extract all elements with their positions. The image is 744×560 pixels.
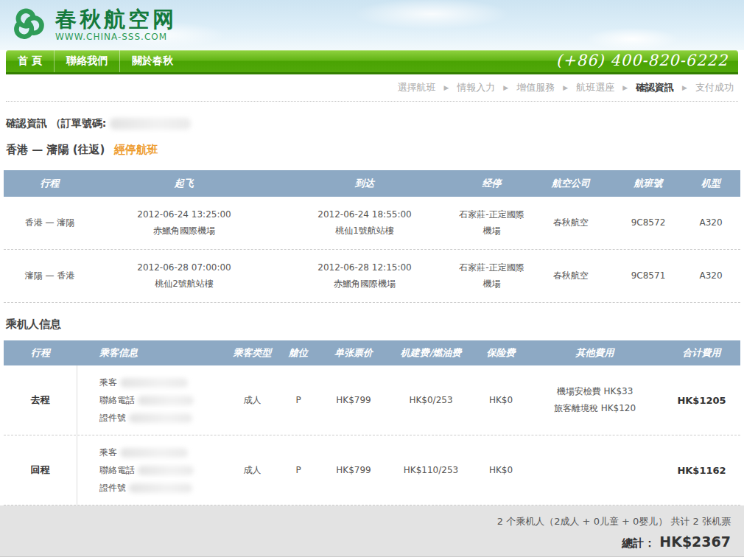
nav-item-about[interactable]: 關於春秋 [119,50,185,72]
passenger-col-cabin: 艙位 [276,346,320,360]
logo-icon [7,4,49,45]
passenger-col-other-fees: 其他費用 [527,346,663,360]
arrival-airport: 赤鱲角國際機場 [273,276,457,293]
cabin-cell: P [276,465,320,475]
passenger-col-type: 乘客类型 [228,346,276,360]
passenger-row-outbound: 去程 乘客 聯絡電話 證件號 成人 P HK$799 HK$0/253 HK$0… [4,365,740,435]
ticket-price-cell: HK$799 [320,395,387,405]
passenger-col-insurance: 保险费 [475,346,527,360]
nav-item-home[interactable]: 首 頁 [6,50,54,72]
step-arrow-icon: ▶ [682,84,687,91]
passenger-type-cell: 成人 [228,394,276,407]
id-label: 證件號 [99,483,126,493]
passenger-col-fees: 机建费/燃油费 [387,346,475,360]
redacted-phone [138,396,194,405]
step-seat-selection: 航班選座 [576,81,614,94]
step-value-added: 增值服務 [516,81,555,94]
fees-cell: HK$0/253 [387,395,475,405]
aircraft-cell: A320 [681,215,740,231]
insurance-cell: HK$0 [475,465,527,475]
passenger-col-total: 合计費用 [663,346,740,360]
ticket-price-cell: HK$799 [320,465,387,475]
fees-cell: HK$110/253 [387,465,475,475]
passenger-name-line: 乘客 [99,374,228,391]
step-info-entry: 情報入力 [457,81,495,94]
passenger-name-line: 乘客 [99,444,228,461]
arrival-cell: 2012-06-24 18:55:00 桃仙1號航站樓 [273,207,457,239]
arrival-airport: 桃仙1號航站樓 [273,223,457,239]
step-payment-success: 支付成功 [695,81,734,94]
redacted-phone [138,466,194,475]
passenger-col-trip: 行程 [4,346,77,360]
logo-text: 春秋航空网 WWW.CHINA-SSS.COM [55,7,177,42]
grand-total-value: HK$2367 [659,533,731,550]
passenger-col-info: 乘客信息 [77,346,228,360]
booking-progress: 選擇航班 ▶ 情報入力 ▶ 增值服務 ▶ 航班選座 ▶ 確認資訊 ▶ 支付成功 [6,74,738,102]
passenger-label: 乘客 [99,377,117,388]
flight-col-stopover: 经停 [457,177,527,190]
passenger-id-line: 證件號 [99,479,228,497]
passenger-row-return: 回程 乘客 聯絡電話 證件號 成人 P HK$799 HK$110/253 HK… [4,435,740,505]
stopover-cell: 石家莊-正定國際機場 [457,207,527,239]
departure-cell: 2012-06-24 13:25:00 赤鱲角國際機場 [96,207,273,239]
passenger-id-line: 證件號 [99,409,228,427]
order-title-text: 確認資訊 （訂單號碼: [6,117,106,129]
flight-table: 行程 起飞 到达 经停 航空公司 航班號 机型 香港 — 瀋陽 2012-06-… [4,170,740,303]
departure-time: 2012-06-28 07:00:00 [96,260,273,276]
other-fee-line: 旅客離境稅 HK$120 [527,400,663,417]
grand-total-label: 總計： [622,536,655,550]
flight-col-flight-no: 航班號 [615,177,681,190]
row-total-cell: HK$1162 [663,465,740,476]
redacted-id-number [129,483,192,493]
airline-cell: 春秋航空 [527,268,615,284]
route-cell: 瀋陽 — 香港 [4,268,96,284]
cabin-cell: P [276,395,320,405]
passenger-table-header: 行程 乘客信息 乘客类型 艙位 单张票价 机建费/燃油费 保险费 其他費用 合计… [4,340,740,365]
flight-row-outbound: 香港 — 瀋陽 2012-06-24 13:25:00 赤鱲角國際機場 2012… [4,197,740,250]
flight-no-cell: 9C8572 [615,215,681,231]
flight-col-aircraft: 机型 [681,177,740,190]
route-title: 香港 — 瀋陽 (往返) 經停航班 [6,143,738,157]
redacted-passenger-name [120,378,188,388]
stopover-cell: 石家莊-正定國際機場 [457,260,527,292]
stopover-flight-tag: 經停航班 [114,143,158,156]
flight-col-departure: 起飞 [96,177,273,190]
route-title-text: 香港 — 瀋陽 (往返) [6,143,105,156]
phone-label: 聯絡電話 [99,465,135,475]
passenger-table: 行程 乘客信息 乘客类型 艙位 单张票价 机建费/燃油费 保险费 其他費用 合计… [4,340,740,505]
step-arrow-icon: ▶ [563,84,568,91]
redacted-order-number [110,118,191,130]
passenger-info-cell: 乘客 聯絡電話 證件號 [77,374,228,427]
passenger-info-cell: 乘客 聯絡電話 證件號 [77,444,228,497]
departure-airport: 桃仙2號航站樓 [96,276,273,293]
airline-cell: 春秋航空 [527,215,615,231]
aircraft-cell: A320 [681,268,740,284]
main-nav: 首 頁 聯絡我們 關於春秋 (+86) 400-820-6222 [6,50,738,74]
nav-item-contact[interactable]: 聯絡我們 [54,50,119,72]
flight-row-return: 瀋陽 — 香港 2012-06-28 07:00:00 桃仙2號航站樓 2012… [4,250,740,303]
site-name: 春秋航空网 [55,7,177,31]
order-summary: 2 个乘机人（2成人 + 0儿童 + 0婴儿） 共计 2 张机票 總計：HK$2… [0,505,744,557]
passenger-phone-line: 聯絡電話 [99,461,228,479]
site-header: 春秋航空网 WWW.CHINA-SSS.COM [0,0,744,50]
order-title: 確認資訊 （訂單號碼: [6,117,738,130]
step-select-flight: 選擇航班 [397,81,435,94]
step-arrow-icon: ▶ [622,84,628,91]
flight-col-arrival: 到达 [273,177,457,190]
arrival-time: 2012-06-28 12:15:00 [273,260,457,276]
flight-no-cell: 9C8571 [615,268,681,284]
step-arrow-icon: ▶ [503,84,508,91]
row-total-cell: HK$1205 [663,395,740,406]
arrival-time: 2012-06-24 18:55:00 [273,207,457,223]
trip-cell: 去程 [4,365,77,435]
flight-col-route: 行程 [4,177,96,190]
redacted-passenger-name [120,448,188,458]
passenger-col-price: 单张票价 [320,346,387,360]
departure-time: 2012-06-24 13:25:00 [96,207,273,223]
redacted-id-number [129,413,192,423]
hotline-number: (+86) 400-820-6222 [556,52,728,69]
passenger-label: 乘客 [99,447,117,458]
logo[interactable]: 春秋航空网 WWW.CHINA-SSS.COM [7,4,177,45]
departure-airport: 赤鱲角國際機場 [96,223,273,239]
flight-col-airline: 航空公司 [527,177,615,190]
